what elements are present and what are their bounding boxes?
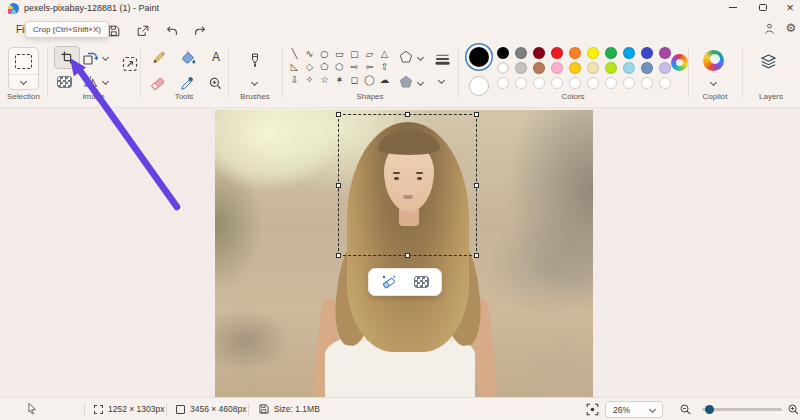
shape-fill-button[interactable] [396, 74, 416, 90]
flip-dropdown-chevron[interactable] [102, 78, 109, 85]
swatch-empty[interactable] [587, 77, 599, 89]
swatch-empty[interactable] [659, 77, 671, 89]
swatch-empty[interactable] [497, 77, 509, 89]
color-picker-tool-button[interactable] [176, 72, 198, 94]
copilot-button[interactable] [703, 50, 724, 71]
shape-triangle[interactable]: △ [377, 47, 392, 60]
sign-in-button[interactable] [758, 17, 780, 39]
swatch-lime[interactable] [605, 62, 617, 74]
swatch-gold[interactable] [569, 62, 581, 74]
fit-to-window-button[interactable] [583, 401, 601, 418]
swatch-empty[interactable] [623, 77, 635, 89]
settings-button[interactable]: ⚙ [780, 17, 800, 39]
swatch-light-gray[interactable] [515, 62, 527, 74]
swatch-purple[interactable] [659, 47, 671, 59]
swatch-empty[interactable] [551, 77, 563, 89]
selection-handle-bottom-left[interactable] [336, 253, 341, 258]
swatch-lavender[interactable] [659, 62, 671, 74]
color1-swatch[interactable] [469, 47, 489, 67]
swatch-light-turquoise[interactable] [623, 62, 635, 74]
brushes-button[interactable] [242, 47, 268, 73]
swatch-empty[interactable] [605, 77, 617, 89]
shape-arrow-up[interactable]: ⇧ [377, 60, 392, 73]
shape-arrow-down[interactable]: ⇩ [287, 73, 302, 86]
size-button[interactable] [431, 50, 453, 68]
shape-arrow-left[interactable]: ⇦ [362, 60, 377, 73]
shape-pentagon[interactable]: ⬠ [317, 60, 332, 73]
swatch-empty[interactable] [515, 77, 527, 89]
edit-colors-button[interactable] [671, 54, 688, 71]
rotate-button[interactable] [80, 48, 100, 68]
swatch-rose[interactable] [551, 62, 563, 74]
fill-tool-button[interactable] [177, 46, 199, 68]
swatch-turquoise[interactable] [623, 47, 635, 59]
swatch-white[interactable] [497, 62, 509, 74]
copilot-dropdown-chevron[interactable] [710, 79, 717, 86]
swatch-blue-gray[interactable] [641, 62, 653, 74]
redo-button[interactable] [189, 20, 211, 42]
shape-six-point-star[interactable]: ✶ [332, 73, 347, 86]
selection-handle-middle-right[interactable] [474, 183, 479, 188]
flip-button[interactable] [80, 73, 100, 91]
pencil-tool-button[interactable] [147, 46, 169, 68]
eraser-tool-button[interactable] [146, 72, 168, 94]
swatch-indigo[interactable] [641, 47, 653, 59]
shape-rectangle[interactable]: ▭ [332, 47, 347, 60]
swatch-light-yellow[interactable] [587, 62, 599, 74]
crop-button[interactable] [54, 46, 80, 69]
shape-oval[interactable]: ○ [317, 47, 332, 60]
generative-erase-button[interactable] [377, 272, 401, 292]
maximize-button[interactable] [750, 0, 776, 15]
swatch-empty[interactable] [533, 77, 545, 89]
swatch-orange[interactable] [569, 47, 581, 59]
shape-four-point-star[interactable]: ✧ [302, 73, 317, 86]
selection-handle-top-left[interactable] [336, 112, 341, 117]
shape-curve[interactable]: ∿ [302, 47, 317, 60]
swatch-empty[interactable] [641, 77, 653, 89]
zoom-in-button[interactable] [784, 401, 800, 418]
selection-handle-bottom-right[interactable] [474, 253, 479, 258]
minimize-button[interactable] [720, 0, 746, 15]
swatch-gray[interactable] [515, 47, 527, 59]
share-button[interactable] [132, 20, 154, 42]
zoom-out-button[interactable] [676, 401, 694, 418]
shape-hexagon[interactable]: ⬡ [332, 60, 347, 73]
shape-cloud-callout[interactable]: ☁ [377, 73, 392, 86]
shape-polygon[interactable]: ▱ [362, 47, 377, 60]
selection-tool-button[interactable] [8, 47, 39, 90]
close-button[interactable]: × [780, 0, 800, 15]
shape-five-point-star[interactable]: ☆ [317, 73, 332, 86]
resize-button[interactable] [119, 53, 141, 75]
layers-button[interactable] [756, 51, 780, 71]
shape-right-triangle[interactable]: ◺ [287, 60, 302, 73]
shape-diamond[interactable]: ◇ [302, 60, 317, 73]
swatch-red[interactable] [551, 47, 563, 59]
shape-oval-callout[interactable]: ◯ [362, 73, 377, 86]
chevron-down-icon[interactable] [20, 78, 27, 85]
rotate-dropdown-chevron[interactable] [102, 54, 109, 61]
fill-dropdown-chevron[interactable] [417, 79, 424, 86]
text-tool-button[interactable]: A [205, 46, 227, 68]
swatch-black[interactable] [497, 47, 509, 59]
zoom-level-dropdown[interactable]: 26% [605, 401, 663, 418]
canvas-selection-rectangle[interactable] [338, 114, 477, 256]
swatch-brown[interactable] [533, 62, 545, 74]
shape-line[interactable]: ╲ [287, 47, 302, 60]
magnifier-tool-button[interactable] [204, 72, 226, 94]
zoom-slider-thumb[interactable] [705, 405, 714, 414]
shape-rounded-callout[interactable]: ◻ [347, 73, 362, 86]
shape-outline-button[interactable] [396, 49, 416, 65]
selection-handle-top-right[interactable] [474, 112, 479, 117]
swatch-yellow[interactable] [587, 47, 599, 59]
swatch-dark-red[interactable] [533, 47, 545, 59]
remove-background-button[interactable] [53, 73, 75, 91]
swatch-green[interactable] [605, 47, 617, 59]
undo-button[interactable] [161, 20, 183, 42]
shape-arrow-right[interactable]: ⇨ [347, 60, 362, 73]
size-dropdown-chevron[interactable] [438, 77, 445, 84]
selection-handle-bottom-middle[interactable] [405, 253, 410, 258]
remove-background-float-button[interactable] [409, 272, 433, 292]
brushes-dropdown-chevron[interactable] [251, 79, 258, 86]
selection-handle-top-middle[interactable] [405, 112, 410, 117]
swatch-empty[interactable] [569, 77, 581, 89]
